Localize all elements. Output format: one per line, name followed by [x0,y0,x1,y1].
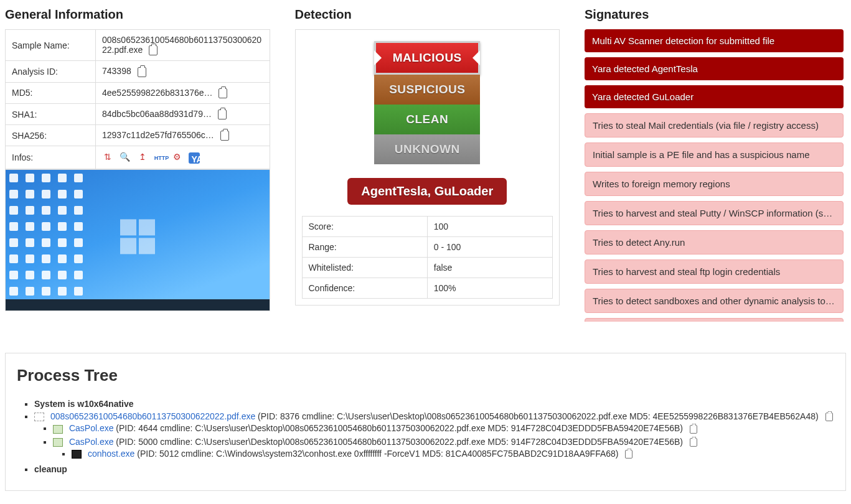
label-sha256: SHA256: [6,125,96,146]
process-icon [72,450,82,459]
copy-icon[interactable] [690,425,697,434]
copy-icon[interactable] [825,413,833,421]
signature-item[interactable]: Initial sample is a PE file and has a su… [585,142,844,167]
value-score: 100 [427,217,552,237]
process-link[interactable]: conhost.exe [88,449,135,459]
signature-item[interactable]: Tries to harvest and steal ftp login cre… [585,259,844,284]
verdict-malicious: MALICIOUS [374,41,480,75]
process-detail: (PID: 4644 cmdline: C:\Users\user\Deskto… [113,423,682,433]
process-link[interactable]: 008s06523610054680b60113750300622022.pdf… [50,411,255,421]
label-confidence: Confidence: [302,278,427,299]
tree-child: CasPol.exe (PID: 4644 cmdline: C:\Users\… [53,422,834,435]
verdict-clean: CLEAN [374,105,480,134]
copy-icon[interactable] [690,438,697,447]
signature-item[interactable]: Yara detected AgentTesla [585,57,844,80]
signatures-title: Signatures [585,7,846,22]
process-detail: (PID: 5012 cmdline: C:\Windows\system32\… [134,449,618,459]
label-range: Range: [302,237,427,258]
value-confidence: 100% [427,278,552,299]
classification-badge: AgentTesla, GuLoader [347,178,507,205]
value-sha256: 12937c11d2e57fd765506c… [96,125,270,146]
process-link[interactable]: CasPol.exe [69,437,114,447]
label-analysis-id: Analysis ID: [6,61,96,82]
tree-grandchild: conhost.exe (PID: 5012 cmdline: C:\Windo… [72,447,834,460]
value-md5: 4ee5255998226b831376e… [96,82,270,103]
signatures-panel: Signatures Multi AV Scanner detection fo… [585,5,846,322]
value-analysis-id: 743398 [96,61,270,82]
signature-item[interactable]: Yara detected GuLoader [585,85,844,108]
process-detail: (PID: 5000 cmdline: C:\Users\user\Deskto… [113,437,682,447]
search-icon[interactable]: 🔍 [120,151,131,162]
tree-cleanup-line: cleanup [34,463,834,475]
info-icons-row: ⇅ 🔍 ↥ HTTP ⚙ YARA [96,146,270,169]
signatures-list[interactable]: Multi AV Scanner detection for submitted… [585,29,846,322]
signature-item[interactable]: Multi AV Scanner detection for submitted… [585,29,844,52]
yara-badge[interactable]: YARA [189,152,200,164]
http-icon[interactable]: HTTP [154,152,166,164]
upload-icon[interactable]: ↥ [137,151,148,162]
label-infos: Infos: [6,146,96,169]
signature-item[interactable]: Tries to harvest and steal Putty / WinSC… [585,201,844,225]
tree-system-line: System is w10x64native [34,398,834,410]
vm-screenshot[interactable] [5,169,270,311]
label-whitelisted: Whitelisted: [302,258,427,278]
tree-root: 008s06523610054680b60113750300622022.pdf… [34,410,834,463]
label-sample-name: Sample Name: [6,30,96,61]
copy-icon[interactable] [138,67,146,77]
label-score: Score: [302,217,427,237]
copy-icon[interactable] [625,450,632,459]
copy-icon[interactable] [220,131,229,141]
signature-item[interactable]: Uses an obfuscated file name to hide its… [585,318,844,322]
process-icon [53,438,63,447]
score-table: Score: 100 Range: 0 - 100 Whitelisted: f… [302,216,553,299]
process-tree-title: Process Tree [17,366,834,385]
detection-title: Detection [295,7,560,22]
value-sha1: 84dbc5bc06aa88d931d79… [96,103,270,124]
copy-icon[interactable] [149,45,158,55]
value-range: 0 - 100 [427,237,552,258]
value-whitelisted: false [427,258,552,278]
process-detail: (PID: 8376 cmdline: C:\Users\user\Deskto… [255,411,818,421]
signature-item[interactable]: Tries to detect sandboxes and other dyna… [585,289,844,313]
signature-item[interactable]: Writes to foreign memory regions [585,172,844,196]
label-md5: MD5: [6,82,96,103]
gears-icon[interactable]: ⚙ [172,151,183,162]
copy-icon[interactable] [219,88,227,98]
general-info-title: General Information [5,7,270,22]
general-info-table: Sample Name: 008s06523610054680b60113750… [5,29,270,169]
network-icon[interactable]: ⇅ [102,151,113,162]
label-sha1: SHA1: [6,103,96,124]
signature-item[interactable]: Tries to detect Any.run [585,230,844,254]
verdict-unknown: UNKNOWN [374,134,480,164]
copy-icon[interactable] [218,110,227,119]
general-info-panel: General Information Sample Name: 008s065… [5,5,270,311]
verdict-suspicious: SUSPICIOUS [374,75,480,105]
process-link[interactable]: CasPol.exe [69,423,114,433]
verdict-stack: MALICIOUS SUSPICIOUS CLEAN UNKNOWN [374,41,480,164]
process-icon [34,413,44,421]
tree-child: CasPol.exe (PID: 5000 cmdline: C:\Users\… [53,436,834,462]
process-icon [53,425,63,434]
detection-panel: Detection MALICIOUS SUSPICIOUS CLEAN UNK… [295,5,560,306]
value-sample-name: 008s06523610054680b60113750300620 22.pdf… [96,30,270,61]
process-tree-panel: Process Tree System is w10x64native 008s… [5,353,846,491]
signature-item[interactable]: Tries to steal Mail credentials (via fil… [585,113,844,138]
process-tree: System is w10x64native 008s0652361005468… [17,398,834,475]
